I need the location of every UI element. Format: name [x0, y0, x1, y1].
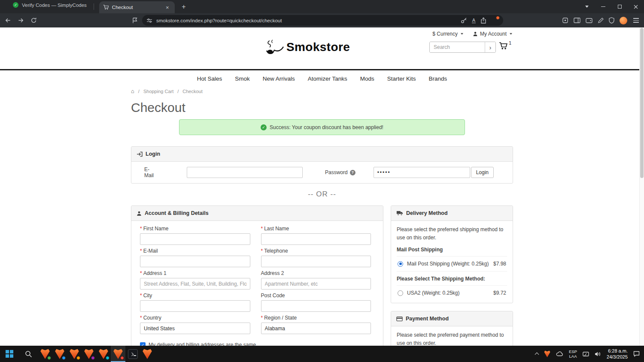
scrollbar-thumb[interactable]: [640, 28, 644, 178]
windows-logo-icon: [6, 350, 13, 358]
minimize-button[interactable]: [595, 0, 611, 13]
caret-down-icon: [461, 33, 463, 35]
cart-count-badge: 1: [509, 40, 511, 45]
sidebar-icon[interactable]: [574, 18, 580, 23]
nav-item-atomizer-tanks[interactable]: Atomizer Tanks: [308, 75, 347, 82]
taskbar-app-brave-6[interactable]: [140, 346, 155, 362]
email-input[interactable]: [140, 256, 250, 267]
success-check-icon: ✓: [261, 124, 267, 130]
country-select[interactable]: United States: [140, 323, 250, 334]
cart-icon: [499, 42, 508, 50]
password-key-icon[interactable]: [461, 18, 467, 24]
tray-expand-icon[interactable]: [535, 353, 539, 357]
site-settings-icon[interactable]: [146, 18, 152, 24]
tray-cloud-icon[interactable]: [556, 351, 563, 356]
window-controls: [579, 0, 644, 13]
currency-label: $ Currency: [432, 31, 458, 37]
last-name-input[interactable]: [261, 233, 371, 245]
password-help-icon[interactable]: ?: [350, 170, 355, 175]
truck-icon: [396, 211, 403, 216]
maximize-button[interactable]: [611, 0, 628, 13]
browser-titlebar: ✓ Verify Codes — SimplyCodes Checkout × …: [0, 0, 644, 13]
forward-button[interactable]: [15, 15, 26, 26]
first-name-input[interactable]: [140, 233, 250, 245]
page-scrollbar: [639, 27, 644, 346]
shipping-group-title: Mail Post Shipping: [397, 242, 507, 256]
taskbar-app-brave-active[interactable]: [111, 346, 125, 362]
brave-shields-icon[interactable]: [491, 17, 498, 24]
my-account-dropdown[interactable]: My Account: [473, 31, 512, 37]
translate-icon[interactable]: A: [472, 18, 476, 23]
address-bar[interactable]: smokstore.com/index.php?route=quickcheck…: [142, 15, 503, 26]
bookmark-button[interactable]: [130, 15, 140, 26]
shipping-option-mail-post[interactable]: Mail Post Shipping (Weight: 0.25kg) $7.9…: [397, 256, 507, 272]
nav-item-starter-kits[interactable]: Starter Kits: [387, 75, 416, 82]
site-logo[interactable]: Smokstore: [265, 39, 350, 56]
nav-item-hot-sales[interactable]: Hot Sales: [197, 75, 222, 82]
delivery-panel: Delivery Method Please select the prefer…: [391, 205, 513, 303]
back-button[interactable]: [3, 15, 13, 26]
address2-input[interactable]: [261, 278, 371, 290]
shipping-option-usa2[interactable]: USA2 (Weight: 0.25kg) $9.72: [397, 286, 507, 298]
start-button[interactable]: [0, 346, 19, 362]
login-password-label: Password: [325, 169, 348, 175]
volume-icon[interactable]: [595, 351, 601, 357]
taskbar-app-brave-2[interactable]: [52, 346, 67, 362]
breadcrumb-shopping-cart[interactable]: Shopping Cart: [143, 89, 173, 94]
taskbar-search-button[interactable]: [19, 346, 38, 362]
terminal-icon: [128, 349, 138, 359]
language-indicator[interactable]: ESP LAA: [569, 349, 577, 359]
notification-center-icon[interactable]: [633, 351, 640, 357]
tab-search-icon[interactable]: [579, 0, 595, 13]
city-input[interactable]: [140, 300, 250, 312]
windows-taskbar: ESP LAA 6:28 a.m. 24/3/2025: [0, 346, 644, 362]
profile-badge: [62, 356, 66, 360]
taskbar-app-brave-1[interactable]: [38, 346, 52, 362]
profile-badge: [76, 356, 80, 360]
same-address-checkbox[interactable]: ✓: [140, 342, 146, 346]
taskbar-app-brave-5[interactable]: [96, 346, 111, 362]
url-text: smokstore.com/index.php?route=quickcheck…: [156, 18, 461, 23]
currency-dropdown[interactable]: $ Currency: [432, 31, 463, 37]
edit-icon[interactable]: [598, 18, 604, 24]
search-box: ›: [429, 42, 496, 53]
nav-item-mods[interactable]: Mods: [360, 75, 374, 82]
address1-input[interactable]: [140, 278, 250, 290]
tray-brave-icon[interactable]: [544, 350, 550, 357]
login-email-input[interactable]: [187, 167, 303, 178]
radio-selected[interactable]: [398, 261, 403, 267]
delivery-description: Please select the preferred shipping met…: [397, 226, 507, 241]
tray-tablet-icon[interactable]: [583, 351, 589, 357]
rewards-shield-icon[interactable]: [609, 17, 614, 24]
browser-menu-icon[interactable]: [632, 17, 640, 24]
search-go-button[interactable]: ›: [485, 42, 495, 52]
close-window-button[interactable]: [628, 0, 644, 13]
taskbar-clock[interactable]: 6:28 a.m. 24/3/2025: [607, 348, 628, 360]
home-icon[interactable]: ⌂: [131, 88, 134, 94]
extensions-icon[interactable]: [562, 17, 568, 24]
reload-button[interactable]: [28, 15, 39, 26]
profile-avatar[interactable]: [620, 17, 627, 24]
sign-in-icon: [137, 151, 143, 157]
post-code-input[interactable]: [261, 300, 371, 312]
tab-checkout[interactable]: Checkout ×: [99, 1, 175, 13]
share-icon[interactable]: [480, 17, 486, 24]
header-cart-button[interactable]: 1: [499, 42, 511, 50]
taskbar-app-brave-3[interactable]: [67, 346, 82, 362]
taskbar-app-terminal[interactable]: [125, 346, 140, 362]
search-input[interactable]: [430, 42, 485, 52]
tab-verify-codes[interactable]: ✓ Verify Codes — SimplyCodes: [0, 0, 94, 13]
radio-unselected[interactable]: [398, 290, 403, 296]
login-button[interactable]: Login: [471, 167, 494, 178]
nav-item-brands[interactable]: Brands: [429, 75, 447, 82]
tab-close-icon[interactable]: ×: [164, 4, 171, 11]
nav-item-smok[interactable]: Smok: [235, 75, 250, 82]
payment-description: Please select the preferred payment meth…: [391, 326, 513, 346]
nav-item-new-arrivals[interactable]: New Arrivals: [263, 75, 295, 82]
new-tab-button[interactable]: +: [178, 1, 189, 12]
login-password-input[interactable]: [374, 167, 470, 178]
wallet-icon[interactable]: [586, 18, 592, 23]
telephone-input[interactable]: [261, 256, 371, 267]
region-select[interactable]: Alabama: [261, 323, 371, 334]
taskbar-app-brave-4[interactable]: [82, 346, 96, 362]
